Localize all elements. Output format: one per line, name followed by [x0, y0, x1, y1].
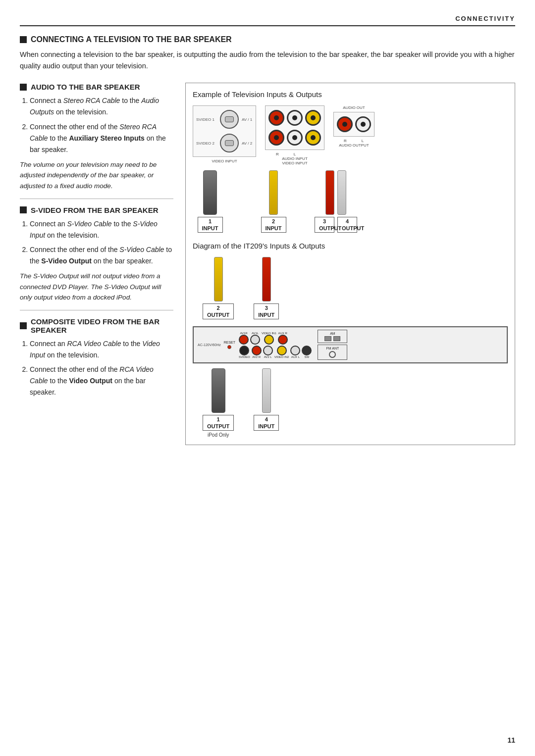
- black-square-icon: [20, 84, 27, 91]
- svideo-note: The S-Video Output will not output video…: [20, 271, 173, 303]
- device-diagram: 2 OUTPUT 3 INPUT: [193, 257, 508, 438]
- left-column: AUDIO TO THE BAR SPEAKER Connect a Stere…: [20, 83, 173, 445]
- right-column-diagrams: Example of Television Inputs & Outputs S…: [185, 83, 515, 445]
- output2-box: 2 OUTPUT: [203, 303, 234, 319]
- black-square-icon: [20, 206, 27, 213]
- audio-input-label: AUDIO INPUT: [282, 156, 308, 161]
- input3-group: 3 INPUT: [254, 257, 279, 319]
- audio-step-1: Connect a Stereo RCA Cable to the Audio …: [30, 95, 173, 118]
- tv-diagram: SVIDEO 1 AV / 1 SVIDEO 2: [193, 105, 508, 233]
- audio-out-label: AUDIO OUT: [343, 105, 365, 110]
- it209-cable-row: 2 OUTPUT 3 INPUT: [203, 257, 508, 319]
- composite-step-1: Connect an RCA Video Cable to the Video …: [30, 338, 173, 361]
- am-fm-panel: AM FM ANT: [318, 330, 347, 360]
- svideo-steps: Connect an S-Video Cable to the S-Video …: [20, 218, 173, 267]
- input4-box: 4 INPUT: [254, 415, 279, 431]
- input4-group: 4 INPUT: [254, 368, 279, 431]
- composite-step-2: Connect the other end of the RCA Video C…: [30, 364, 173, 398]
- svideo2-connector: [220, 134, 239, 152]
- back-panel: AC-120V/60Hz RESET AV1R: [193, 326, 508, 363]
- ac-label: AC-120V/60Hz: [198, 343, 221, 347]
- main-section-title: CONNECTING A TELEVISION TO THE BAR SPEAK…: [20, 35, 515, 44]
- composite-steps: Connect an RCA Video Cable to the Video …: [20, 338, 173, 398]
- audio-step-2: Connect the other end of the Stereo RCA …: [30, 121, 173, 155]
- intro-paragraph: When connecting a television to the bar …: [20, 49, 515, 72]
- output2-group: 2 OUTPUT: [203, 257, 234, 319]
- rca-red-av1: [268, 110, 284, 126]
- input2-box: 2 INPUT: [261, 217, 286, 233]
- yellow-cable-group: 2 INPUT: [251, 170, 296, 233]
- composite-section: COMPOSITE VIDEO FROM THE BAR SPEAKER Con…: [20, 317, 173, 408]
- device-diagram-title: Diagram of the IT209's Inputs & Outputs: [193, 242, 508, 250]
- rca-white-av2: [287, 130, 303, 146]
- video-input-label2: VIDEO INPUT: [282, 161, 307, 165]
- rca-white-av1: [287, 110, 303, 126]
- red-white-cable-group: 3 OUTPUT 4 OUTPUT: [315, 170, 357, 233]
- video-input-label: VIDEO INPUT: [212, 159, 237, 163]
- audio-steps: Connect a Stereo RCA Cable to the Audio …: [20, 95, 173, 155]
- it209-bottom-cables: 1 OUTPUT iPod Only 4 INPUT: [203, 368, 508, 438]
- av-input-group: R L AUDIO INPUT VIDEO INPUT: [265, 105, 324, 165]
- black-square-icon: [20, 36, 27, 43]
- audio-section-title: AUDIO TO THE BAR SPEAKER: [20, 83, 173, 91]
- svideo1-connector: [220, 110, 239, 129]
- ipod-only-label: iPod Only: [208, 432, 229, 438]
- rca-yellow-av1: [305, 110, 321, 126]
- output1-svideo-group: 1 OUTPUT iPod Only: [203, 368, 234, 438]
- page-number: 11: [507, 736, 515, 744]
- rca-red-out: [337, 116, 353, 132]
- rca-red-av2: [268, 130, 284, 146]
- output1-box: 1 OUTPUT: [203, 415, 234, 431]
- tv-diagram-title: Example of Television Inputs & Outputs: [193, 90, 508, 99]
- svideo-step-1: Connect an S-Video Cable to the S-Video …: [30, 218, 173, 241]
- header-connectivity: CONNECTIVITY: [20, 15, 515, 26]
- composite-section-title: COMPOSITE VIDEO FROM THE BAR SPEAKER: [20, 317, 173, 334]
- output3-box: 3 OUTPUT: [315, 217, 334, 233]
- input1-box: 1 INPUT: [198, 217, 223, 233]
- rca-yellow-av2: [305, 130, 321, 146]
- svideo-group: SVIDEO 1 AV / 1 SVIDEO 2: [193, 105, 256, 163]
- audio-section: AUDIO TO THE BAR SPEAKER Connect a Stere…: [20, 83, 173, 199]
- main-title-text: CONNECTING A TELEVISION TO THE BAR SPEAK…: [31, 35, 232, 44]
- rca-white-out: [355, 116, 371, 132]
- svideo-cable-group: 1 INPUT: [193, 170, 227, 233]
- header-title: CONNECTIVITY: [455, 15, 515, 22]
- input3-box: 3 INPUT: [254, 303, 279, 319]
- two-col-layout: AUDIO TO THE BAR SPEAKER Connect a Stere…: [20, 83, 515, 445]
- svideo-step-2: Connect the other end of the S-Video Cab…: [30, 244, 173, 267]
- page: CONNECTIVITY CONNECTING A TELEVISION TO …: [0, 0, 535, 756]
- audio-output-label: AUDIO OUTPUT: [339, 143, 369, 148]
- svideo-section: S-VIDEO FROM THE BAR SPEAKER Connect an …: [20, 206, 173, 310]
- output4-box: 4 OUTPUT: [337, 217, 357, 233]
- svideo-section-title: S-VIDEO FROM THE BAR SPEAKER: [20, 206, 173, 214]
- reset-group: RESET: [224, 341, 235, 349]
- audio-note: The volume on your television may need t…: [20, 159, 173, 192]
- black-square-icon: [20, 322, 27, 329]
- audio-out-group: AUDIO OUT R L AUDIO OUTPUT: [333, 105, 374, 148]
